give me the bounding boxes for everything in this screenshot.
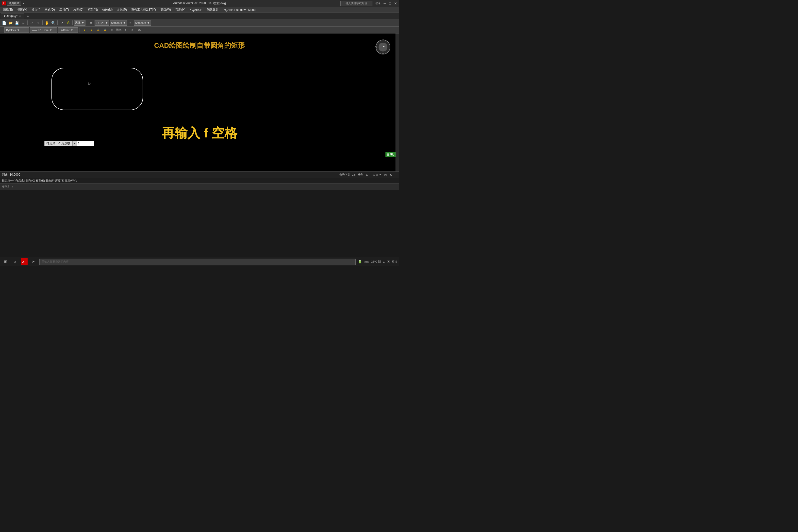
menu-modify[interactable]: 修改(M) (100, 7, 115, 12)
login-btn[interactable]: 登录 (375, 1, 381, 5)
settings-icon[interactable]: ⚙ (390, 173, 393, 176)
layer-label: 黑体 (75, 21, 80, 25)
tab-close-btn[interactable]: ✕ (19, 15, 21, 18)
command-input[interactable]: f (77, 141, 94, 146)
svg-rect-2 (52, 68, 143, 110)
taskbar-search[interactable]: 里输入你要搜索的内容 (39, 259, 356, 265)
title-bar: A 经典模式 ▼ Autodesk AutoCAD 2020 CAD教程.dwg… (0, 0, 399, 7)
command-tooltip: 指定第一个角点或 ▶ f (44, 141, 94, 146)
scale-label: 1:1 (384, 173, 387, 176)
toolbar-mode-label[interactable]: 经典模式 (7, 1, 21, 6)
redo-btn[interactable]: ↪ (35, 20, 41, 26)
search-box[interactable]: 键入关键字或短语 (340, 1, 373, 6)
autocad-taskbar-icon[interactable]: A (21, 258, 27, 265)
color-label: ByBlock (6, 28, 16, 32)
fillet-radius: 圆角=10.0000 (2, 173, 20, 177)
command-icon: ▶ (72, 141, 77, 146)
lineweight-icon[interactable]: ≡ (127, 20, 133, 26)
menu-window[interactable]: 窗口(W) (158, 7, 173, 12)
dropdown-arrow[interactable]: ▼ (22, 2, 25, 5)
menu-yuanquan[interactable]: 源泉设计 (205, 7, 221, 12)
menu-yanxiu[interactable]: 燕秀工具箱2.87(Y) (129, 7, 158, 12)
model-status[interactable]: 模型 (358, 173, 363, 176)
yanxiu-font-size: 燕秀字高=2.5 (339, 173, 356, 176)
taskbar: ⊞ ○ A ✂ 里输入你要搜索的内容 🔋 39% 26°C 阴 ▲ 英 英 S (0, 257, 399, 266)
undo-btn[interactable]: ↩ (29, 20, 35, 26)
scrollbar-right[interactable] (396, 34, 399, 171)
menu-format[interactable]: 格式(O) (43, 7, 57, 12)
plot-icon2[interactable]: ● (89, 27, 94, 33)
tab-label: CAD教程* (4, 14, 18, 18)
sun-icon1[interactable]: ☀ (122, 27, 128, 33)
title-bar-controls: 键入关键字或短语 登录 ─ □ ✕ (340, 1, 397, 6)
plot-icon4[interactable]: 🔒 (102, 27, 108, 33)
rectangle-drawing (49, 65, 148, 115)
start-btn[interactable]: ⊞ (2, 258, 9, 265)
lineweight-dropdown[interactable]: Standard ▼ (110, 20, 127, 25)
menu-tools[interactable]: 工具(T) (57, 7, 71, 12)
help-btn[interactable]: ? (59, 20, 65, 26)
linestyle-label: ByColor (60, 28, 70, 32)
sun-icon2[interactable]: ☀ (129, 27, 135, 33)
text-btn[interactable]: A (65, 20, 71, 26)
plotstyle-dropdown[interactable]: Standard ▼ (134, 20, 151, 25)
title-bar-left: A 经典模式 ▼ (2, 1, 25, 6)
compass-south: 南 (382, 52, 384, 56)
layout-label[interactable]: 布局2 (2, 185, 9, 188)
more-btn[interactable]: ≫ (136, 27, 142, 33)
app3-icon[interactable]: ✂ (30, 258, 37, 265)
menu-dimension[interactable]: 标注(N) (86, 7, 100, 12)
linestyle-dropdown[interactable]: ByColor ▼ (58, 27, 78, 33)
up-arrow[interactable]: ▲ (383, 260, 385, 263)
menu-yqarch[interactable]: YQARCH (188, 8, 205, 12)
add-icon[interactable]: + (395, 173, 397, 177)
plot-icon1[interactable]: ● (81, 27, 88, 33)
cursor-label: to (88, 81, 91, 85)
menu-help[interactable]: 帮助(H) (173, 7, 187, 12)
command-prompt-bar: 指定第一个角点或 [ 倒角(C) 标高(E) 圆角(F) 厚度(T) 宽度(W)… (0, 178, 399, 183)
layer-dropdown[interactable]: 黑体 ▼ (74, 20, 86, 25)
crosshair-vertical (53, 65, 53, 169)
canvas-area[interactable]: CAD绘图绘制自带圆角的矩形 北 上 南 西 指定第一个角点或 ▶ f to 再… (0, 34, 399, 171)
window-maximize[interactable]: □ (389, 1, 391, 5)
linewidth-dropdown[interactable]: —— 0.13 mm ▼ (30, 27, 57, 33)
menu-edit[interactable]: 编辑(E) (1, 7, 15, 12)
print-btn[interactable]: 🖨 (20, 20, 26, 26)
paper-icon[interactable]: □ (109, 27, 115, 33)
drawing-area (49, 65, 148, 115)
open-file-btn[interactable]: 📂 (7, 20, 13, 26)
menu-draw[interactable]: 绘图(D) (72, 7, 86, 12)
svg-text:A: A (2, 2, 4, 5)
layer-dropdown-arrow: ▼ (81, 21, 84, 24)
linetype-dropdown-arrow: ▼ (106, 21, 108, 24)
app-icon: A (2, 1, 6, 5)
toolbar1: 📄 📂 💾 🖨 ↩ ↪ ✋ 🔍 ? A 黑体 ▼ ⚙ ISO-25 ▼ Stan… (0, 19, 399, 26)
menu-view[interactable]: 视图(V) (15, 7, 29, 12)
lineweight-label: Standard (111, 21, 122, 24)
tab-cad-tutorial[interactable]: CAD教程* ✕ (1, 14, 24, 19)
linestyle-dropdown-arrow: ▼ (71, 28, 73, 32)
paper-label: 图纸 (116, 28, 121, 32)
window-minimize[interactable]: ─ (384, 1, 386, 5)
status-bar-fillet: 圆角=10.0000 燕秀字高=2.5 模型 ⊞ ≡ ⊕ ⊗ ✦ 1:1 ⚙ + (0, 171, 399, 178)
snap-icons: ⊕ ⊗ ✦ (373, 173, 381, 176)
tab-add-btn[interactable]: + (25, 14, 31, 19)
model-btn[interactable]: + (12, 185, 13, 188)
linetype-dropdown[interactable]: ISO-25 ▼ (95, 20, 109, 25)
color-dropdown[interactable]: ByBlock ▼ (4, 27, 29, 33)
zoom-btn[interactable]: 🔍 (50, 20, 56, 26)
menu-insert[interactable]: 插入(I) (30, 7, 42, 12)
save-btn[interactable]: 💾 (14, 20, 20, 26)
layer-settings-btn[interactable]: ⚙ (88, 20, 94, 26)
menu-parametric[interactable]: 参数(P) (115, 7, 129, 12)
search-icon[interactable]: ○ (11, 258, 18, 265)
pan-btn[interactable]: ✋ (44, 20, 50, 26)
plot-icon3[interactable]: 🔒 (95, 27, 101, 33)
lang-indicator[interactable]: 英 (387, 260, 390, 264)
command-prompt-text: 指定第一个角点或 [ 倒角(C) 标高(E) 圆角(F) 厚度(T) 宽度(W)… (2, 179, 77, 183)
weather-info: 26°C 阴 (371, 260, 381, 264)
window-close[interactable]: ✕ (394, 1, 397, 5)
new-file-btn[interactable]: 📄 (1, 20, 7, 26)
color-dropdown-arrow: ▼ (17, 28, 20, 32)
menu-yqarch-pulldown[interactable]: YQArch Pull-down Menu (221, 8, 258, 12)
